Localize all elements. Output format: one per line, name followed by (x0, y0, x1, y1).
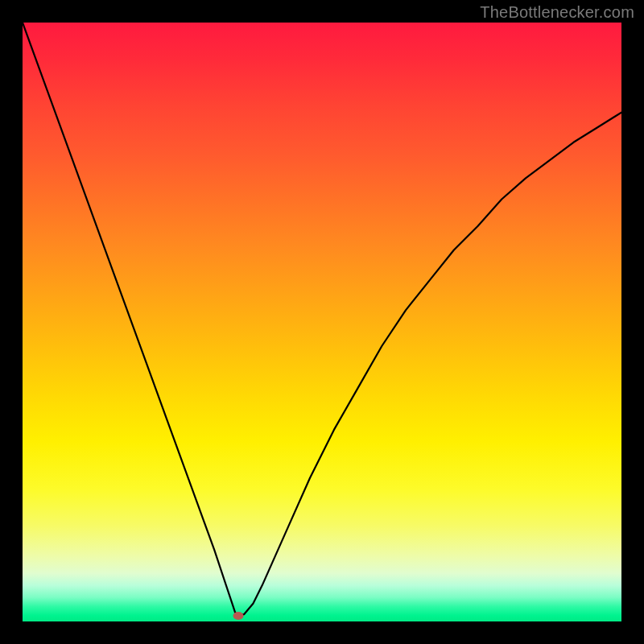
chart-frame: TheBottlenecker.com (0, 0, 644, 644)
bottleneck-curve (23, 23, 621, 621)
plot-area (23, 23, 621, 621)
curve-path (23, 23, 621, 616)
watermark-text: TheBottlenecker.com (480, 3, 634, 22)
optimal-point-marker (233, 612, 243, 620)
